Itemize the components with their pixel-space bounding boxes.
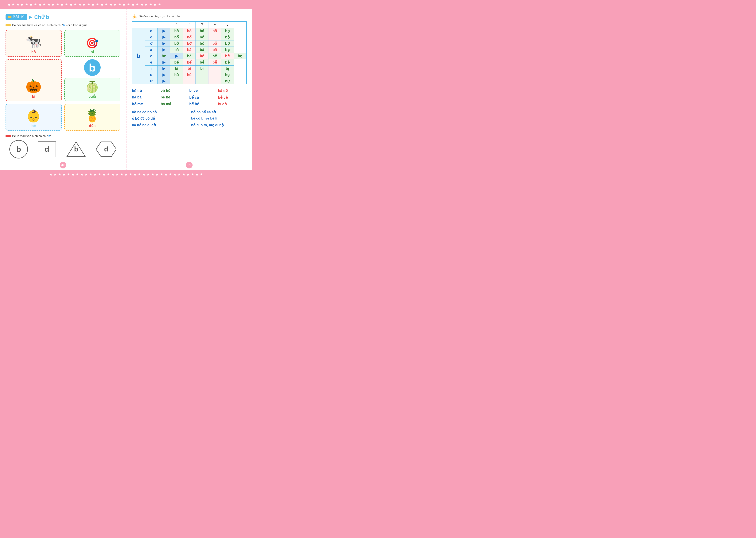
hexagon-letter: đ [104, 145, 108, 153]
star-icon: ★ [102, 173, 105, 177]
star-icon: ★ [125, 173, 127, 177]
cell-arrow: ▶ [158, 65, 170, 72]
star-icon: ★ [151, 173, 154, 177]
cell-bi-2: bỉ [196, 65, 208, 72]
star-icon: ★ [94, 173, 97, 177]
star-icon: ★ [120, 173, 123, 177]
guava-image: 🍈 [85, 81, 99, 93]
cell-be2: bề [170, 59, 183, 65]
word-7: bế cá [189, 94, 218, 100]
cell-ba: bà [170, 46, 183, 53]
sentence-4: bé có bi ve bé lí [191, 116, 247, 121]
cell-bu-3 [208, 72, 221, 78]
star-icon: ★ [140, 3, 143, 7]
star-icon: ★ [78, 3, 81, 7]
star-icon: ★ [70, 3, 73, 7]
vowel-ơ: ơ [145, 40, 158, 46]
left-page: Bài 19 ▶ Chữ b Bé đọc tên hình vẽ và nối… [0, 9, 126, 170]
star-icon: ★ [83, 3, 86, 7]
cell-be-1: bé [196, 53, 208, 59]
picture-dua: 🍍 dứa [64, 104, 120, 131]
star-icon: ★ [182, 173, 185, 177]
cell-bư-4: bự [221, 78, 234, 84]
star-icon: ★ [133, 173, 136, 177]
table-row: b o ▶ bò bó bỏ bõ bọ [132, 28, 247, 34]
star-icon: ★ [87, 3, 90, 7]
cell-bo-1: bó [183, 28, 196, 34]
square-shape: d [38, 141, 56, 157]
cell-be-base: be [158, 53, 170, 59]
star-icon: ★ [114, 3, 117, 7]
lesson-badge: Bài 19 [6, 14, 27, 20]
circle-letter: b [17, 145, 21, 153]
table-row: ô ▶ bổ bố bổ bộ [132, 34, 247, 40]
cell-arrow-e: ▶ [170, 53, 183, 59]
star-icon: ★ [56, 3, 59, 7]
star-icon: ★ [89, 173, 92, 177]
arrow-icon: ▶ [29, 15, 32, 19]
star-icon: ★ [169, 173, 172, 177]
cell-be-4: bẹ [234, 53, 246, 59]
star-icon: ★ [160, 173, 163, 177]
instruction-text: Bé đọc tên hình vẽ và nối hình có chữ b … [12, 24, 88, 27]
star-icon: ★ [67, 173, 70, 177]
star-icon: ★ [76, 173, 79, 177]
star-icon: ★ [63, 173, 66, 177]
cell-bo2: bổ [170, 34, 183, 40]
cell-be2-2: bể [196, 59, 208, 65]
cell-ba-1: bá [183, 46, 196, 53]
cell-bo: bò [170, 28, 183, 34]
word-4: bá cổ [218, 88, 247, 94]
star-icon: ★ [80, 173, 83, 177]
word-8: bệ vệ [218, 94, 247, 100]
star-icon: ★ [123, 3, 126, 7]
cell-be: bè [183, 53, 196, 59]
star-icon: ★ [49, 173, 52, 177]
section2-instruction: Bé tô màu vào hình có chữ b: [6, 134, 120, 138]
ball-image: 🎯 [86, 37, 99, 49]
cell-bo2-1: bố [183, 34, 196, 40]
shape-triangle-b: b [66, 141, 86, 158]
star-icon: ★ [118, 3, 121, 7]
label-bi2: bí [32, 94, 35, 99]
star-icon: ★ [92, 3, 94, 7]
cell-bo-4: bọ [221, 28, 234, 34]
table-row: u ▶ bù bú bụ [132, 72, 247, 78]
big-b-letter: b [84, 59, 101, 76]
label-buoi: buổi [88, 94, 96, 99]
star-icon: ★ [109, 3, 112, 7]
cell-ba-4: bạ [221, 46, 234, 53]
label-bo: bò [31, 50, 36, 54]
star-icon: ★ [100, 3, 103, 7]
star-icon: ★ [54, 173, 57, 177]
cell-bu-2 [196, 72, 208, 78]
star-icon: ★ [74, 3, 77, 7]
sentence-1: bờ bê có bó cỏ [132, 110, 187, 114]
reading-title: Bé đọc các từ, cụm từ và câu: [139, 14, 181, 18]
cell-bi: bì [170, 65, 183, 72]
word-2: vó bổ [161, 88, 189, 94]
word-3: bi ve [189, 88, 218, 94]
star-icon: ★ [145, 3, 148, 7]
label-bi: bi [91, 50, 94, 54]
vowel-a: a [145, 46, 158, 53]
star-icon: ★ [138, 173, 141, 177]
cell-arrow: ▶ [158, 40, 170, 46]
section1-instruction: Bé đọc tên hình vẽ và nối hình có chữ b … [6, 24, 120, 27]
bottom-bar: ★ ★ ★ ★ ★ ★ ★ ★ ★ ★ ★ ★ ★ ★ ★ ★ ★ ★ ★ ★ … [0, 170, 252, 179]
word-10: ba má [161, 101, 189, 107]
cell-arrow: ▶ [158, 34, 170, 40]
color-instruction-text: Bé tô màu vào hình có chữ b: [12, 134, 51, 138]
circle-shape: b [9, 140, 28, 158]
sentence-6: bố đi ô tô, mẹ đi bộ [191, 123, 247, 127]
star-row-bottom: ★ ★ ★ ★ ★ ★ ★ ★ ★ ★ ★ ★ ★ ★ ★ ★ ★ ★ ★ ★ … [46, 171, 207, 178]
word-9: bố mẹ [132, 101, 161, 107]
star-icon: ★ [136, 3, 139, 7]
cell-arrow: ▶ [158, 46, 170, 53]
picture-bi2: 🎃 bí [6, 59, 62, 101]
cell-ba-2: bả [196, 46, 208, 53]
vowel-i: i [145, 65, 158, 72]
cell-bu-1: bú [183, 72, 196, 78]
lesson-number: Bài 19 [13, 15, 25, 20]
cell-ba-3: bã [208, 46, 221, 53]
